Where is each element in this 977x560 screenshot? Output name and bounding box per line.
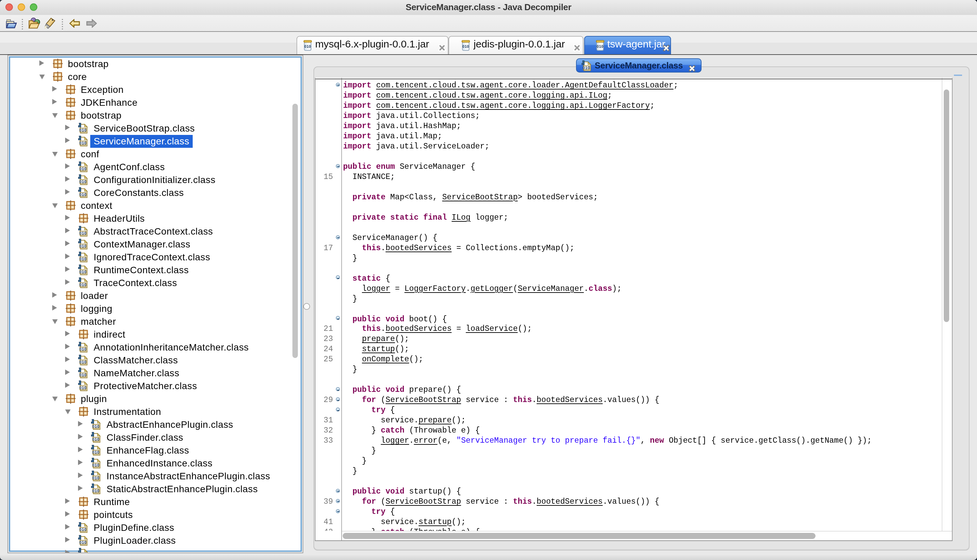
svg-text:010: 010	[79, 540, 86, 544]
svg-text:010: 010	[79, 256, 86, 261]
svg-text:010: 010	[79, 527, 86, 532]
svg-text:010: 010	[79, 192, 86, 197]
svg-text:010: 010	[79, 140, 86, 145]
svg-text:010: 010	[92, 450, 99, 454]
svg-text:010: 010	[79, 372, 86, 377]
svg-text:010: 010	[79, 347, 86, 351]
svg-text:010: 010	[92, 488, 99, 493]
svg-text:010: 010	[92, 462, 99, 467]
svg-text:010: 010	[597, 44, 603, 48]
svg-text:010: 010	[79, 166, 86, 171]
svg-text:010: 010	[92, 424, 99, 428]
svg-text:010: 010	[583, 65, 590, 70]
svg-text:010: 010	[304, 44, 311, 48]
svg-text:010: 010	[79, 243, 86, 248]
svg-text:010: 010	[79, 359, 86, 364]
svg-text:010: 010	[79, 230, 86, 235]
svg-text:010: 010	[79, 282, 86, 287]
svg-text:010: 010	[79, 269, 86, 274]
svg-text:010: 010	[92, 437, 99, 442]
svg-text:010: 010	[79, 385, 86, 390]
svg-text:010: 010	[92, 475, 99, 480]
svg-text:010: 010	[79, 127, 86, 132]
svg-text:010: 010	[79, 179, 86, 184]
svg-text:010: 010	[463, 44, 469, 48]
